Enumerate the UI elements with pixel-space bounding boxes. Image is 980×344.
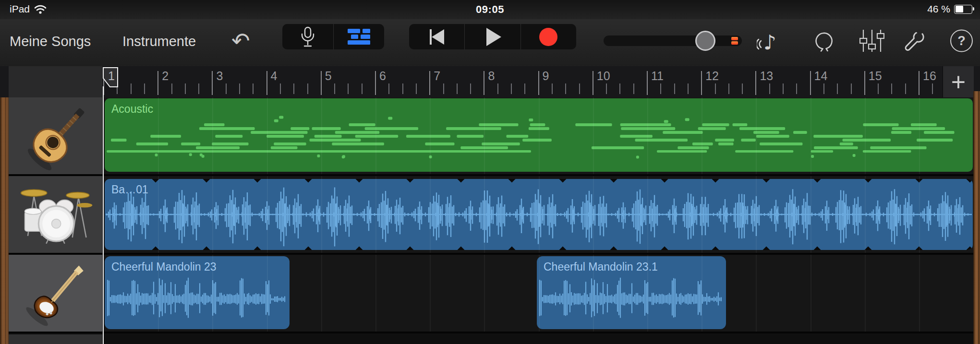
ruler-bar-tick [701, 71, 702, 95]
ruler-beat-tick [470, 83, 471, 94]
ruler-beat-tick [851, 83, 852, 94]
bar-gridline [484, 176, 485, 253]
ruler-bar-number: 16 [923, 69, 936, 83]
bar-gridline [811, 97, 811, 174]
ruler-beat-tick [728, 83, 729, 94]
lane-drums[interactable]: Ba…01 [102, 176, 973, 253]
wood-edge-right [973, 91, 980, 344]
master-volume-slider[interactable] [604, 36, 742, 46]
ruler-beat-tick [253, 83, 254, 94]
ruler-corner [9, 66, 102, 97]
playhead-bar-number: 1 [108, 69, 115, 83]
play-button[interactable] [464, 24, 520, 49]
tracks-view-button[interactable] [333, 24, 385, 49]
track-header-electric-guitar[interactable] [9, 255, 102, 332]
ruler-bar-tick [647, 71, 648, 95]
bar-gridline [593, 97, 594, 174]
bar-gridline [811, 176, 811, 253]
electric-guitar-icon [9, 255, 102, 332]
region-label: Ba…01 [111, 183, 148, 196]
bar-gridline [158, 97, 159, 174]
bar-gridline [430, 176, 431, 253]
help-glyph: ? [957, 34, 966, 48]
bar-gridline [321, 176, 322, 253]
ruler-beat-tick [226, 83, 227, 94]
bar-gridline [647, 176, 648, 253]
ruler-bar-number: 10 [597, 69, 610, 83]
track-header-acoustic-guitar[interactable] [9, 97, 102, 174]
ruler-bar-tick [919, 71, 920, 95]
ruler-beat-tick [293, 83, 294, 94]
bar-gridline [267, 176, 268, 253]
ruler-beat-tick [511, 83, 512, 94]
bar-gridline [267, 97, 268, 174]
lane-next[interactable] [102, 334, 973, 344]
acoustic-guitar-icon [9, 97, 102, 174]
region-label: Cheerful Mandolin 23.1 [544, 261, 658, 273]
ruler-bar-number: 3 [216, 69, 223, 83]
ruler-beat-tick [633, 83, 634, 94]
bar-gridline [539, 97, 540, 174]
volume-knob[interactable] [695, 31, 715, 51]
plus-glyph: + [951, 68, 966, 96]
ruler-bar-number: 9 [543, 69, 549, 83]
bar-gridline [919, 97, 920, 174]
ruler-beat-tick [552, 83, 553, 94]
track-controls-mixer-icon[interactable] [859, 29, 884, 53]
bar-gridline [756, 97, 757, 174]
ruler-bar-number: 2 [162, 69, 169, 83]
help-button[interactable]: ? [950, 30, 973, 52]
ruler-beat-tick [619, 83, 620, 94]
bar-gridline [321, 255, 322, 332]
record-icon [539, 28, 557, 46]
timeline-ruler[interactable]: 2345678910111213141516 + [0, 66, 980, 98]
battery-icon [954, 5, 972, 14]
ruler-beat-tick [674, 83, 675, 94]
ruler-beat-tick [388, 83, 389, 94]
ruler-beat-tick [783, 83, 784, 94]
bar-gridline [756, 176, 757, 253]
lane-mandolin[interactable]: Cheerful Mandolin 23 Cheerful Mandolin 2… [102, 255, 973, 332]
wood-edge-left [0, 97, 9, 344]
loop-browser-icon[interactable] [814, 30, 835, 52]
ruler-bar-number: 12 [705, 69, 719, 83]
add-section-button[interactable]: + [943, 66, 974, 97]
bar-gridline [321, 97, 322, 174]
bar-gridline [539, 176, 540, 253]
ruler-bar-tick [266, 71, 267, 95]
microphone-button[interactable] [282, 24, 333, 49]
playhead-line[interactable] [103, 86, 104, 344]
region-mandolin-23[interactable]: Cheerful Mandolin 23 [105, 256, 290, 329]
ruler-beat-tick [891, 83, 892, 94]
region-label: Cheerful Mandolin 23 [111, 261, 217, 273]
ruler-beat-tick [715, 83, 716, 94]
ruler-bar-tick [810, 71, 811, 95]
lane-acoustic[interactable]: Acoustic [102, 97, 973, 174]
ruler-bar-tick [375, 71, 376, 95]
region-mandolin-23-1[interactable]: Cheerful Mandolin 23.1 [537, 256, 726, 329]
record-button[interactable] [520, 24, 576, 49]
fx-note-icon[interactable]: ♪ [757, 28, 785, 53]
bar-gridline [865, 176, 866, 253]
bar-gridline [484, 255, 485, 332]
playhead-flag[interactable]: 1 [103, 67, 118, 87]
ruler-bar-number: 4 [271, 69, 278, 83]
ruler-bar-number: 8 [488, 69, 495, 83]
go-to-beginning-button[interactable] [409, 24, 464, 49]
undo-button[interactable]: ↶ [231, 30, 250, 52]
ruler-beat-tick [524, 83, 525, 94]
ruler-bar-number: 11 [651, 69, 664, 83]
toolbar: Meine Songs Instrumente ↶ [0, 19, 980, 67]
volume-level-mark [731, 37, 738, 40]
ruler-beat-tick [837, 83, 838, 94]
ruler-beat-tick [688, 83, 689, 94]
instruments-button[interactable]: Instrumente [122, 34, 196, 49]
my-songs-button[interactable]: Meine Songs [10, 34, 91, 49]
bar-gridline [267, 255, 268, 332]
bar-gridline [484, 97, 485, 174]
region-label: Acoustic [111, 103, 153, 116]
song-settings-wrench-icon[interactable] [902, 29, 925, 52]
track-header-next[interactable] [9, 334, 102, 344]
ruler-beat-tick [144, 83, 145, 94]
track-header-drum-kit[interactable] [9, 176, 102, 253]
